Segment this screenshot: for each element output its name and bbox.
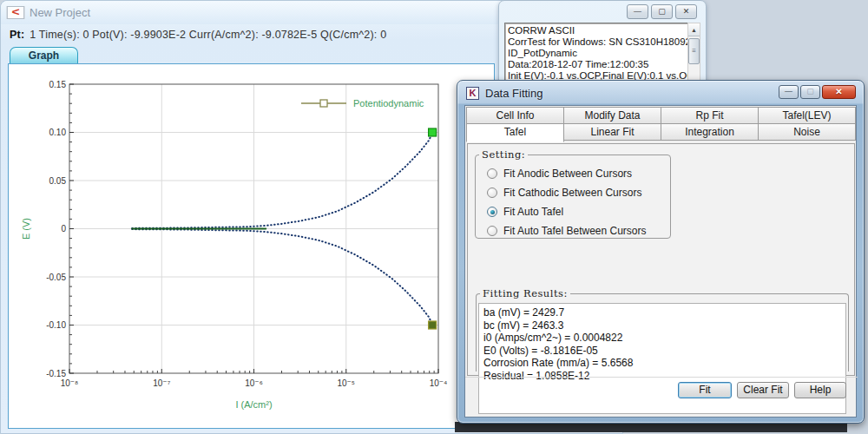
graph-panel: 10⁻⁸10⁻⁷10⁻⁶10⁻⁵10⁻⁴0.150.100.050-0.05-0…	[8, 63, 495, 429]
svg-text:10⁻⁵: 10⁻⁵	[337, 378, 355, 388]
info-line: ID_PotDynamic	[508, 48, 686, 59]
radio-fit-cathodic[interactable]: Fit Cathodic Between Cursors	[487, 187, 670, 199]
dialog-title: Data Fitting	[485, 87, 542, 100]
result-line: bc (mV) = 2463.3	[483, 319, 841, 332]
radio-icon[interactable]	[487, 168, 497, 179]
tab-linear-fit[interactable]: Linear Fit	[563, 123, 661, 141]
svg-text:0.10: 0.10	[49, 128, 67, 137]
tab-tafel[interactable]: Tafel	[466, 123, 564, 142]
radio-icon[interactable]	[487, 187, 497, 198]
fitting-tabs: Cell Info Modify Data Rp Fit Tafel(LEV) …	[466, 108, 856, 142]
info-line: CorrTest for Windows: SN CS310H1809292	[508, 36, 686, 48]
result-line: ba (mV) = 2429.7	[483, 306, 841, 319]
tafel-tab-page: Setting: Fit Anodic Between Cursors Fit …	[467, 143, 855, 376]
setting-legend: Setting:	[479, 148, 528, 161]
clear-fit-button[interactable]: Clear Fit	[737, 382, 789, 398]
tab-graph[interactable]: Graph	[10, 47, 78, 64]
svg-text:0.15: 0.15	[49, 80, 67, 89]
radio-fit-auto-tafel[interactable]: Fit Auto Tafel	[487, 206, 670, 218]
svg-text:Potentiodynamic: Potentiodynamic	[353, 98, 424, 108]
fitting-results-legend: Fitting Results:	[480, 287, 570, 299]
setting-group: Setting: Fit Anodic Between Cursors Fit …	[475, 148, 671, 239]
svg-text:10⁻⁴: 10⁻⁴	[430, 378, 448, 388]
dialog-window-controls: — ▢ ✕	[779, 85, 856, 99]
svg-text:10⁻⁸: 10⁻⁸	[61, 378, 79, 388]
tab-tafel-lev[interactable]: Tafel(LEV)	[758, 107, 856, 124]
dialog-client-area: Cell Info Modify Data Rp Fit Tafel(LEV) …	[464, 105, 857, 418]
dialog-footer: Fit Clear Fit Help	[465, 377, 858, 417]
result-line: Corrosion Rate (mm/a) = 5.6568	[483, 357, 841, 370]
radio-icon[interactable]	[487, 207, 497, 217]
status-values: 1 Time(s): 0 Pot(V): -9.9903E-2 Curr(A/c…	[30, 29, 386, 41]
svg-text:0: 0	[61, 224, 66, 233]
tab-cell-info[interactable]: Cell Info	[466, 107, 564, 124]
maximize-icon[interactable]: ▢	[651, 4, 673, 19]
svg-text:I (A/cm²): I (A/cm²)	[235, 399, 272, 410]
result-line: i0 (Amps/cm^2~) = 0.0004822	[483, 332, 841, 345]
tab-graph-label: Graph	[29, 49, 59, 62]
scroll-up-icon[interactable]: ▲	[688, 23, 700, 36]
radio-fit-auto-tafel-cursors[interactable]: Fit Auto Tafel Between Cursors	[487, 225, 670, 237]
tab-modify-data[interactable]: Modify Data	[563, 107, 661, 124]
polarization-chart: 10⁻⁸10⁻⁷10⁻⁶10⁻⁵10⁻⁴0.150.100.050-0.05-0…	[9, 64, 494, 428]
maximize-icon: ▢	[800, 85, 820, 99]
fitting-results-group: Fitting Results: ba (mV) = 2429.7 bc (mV…	[476, 287, 849, 372]
svg-text:10⁻⁷: 10⁻⁷	[153, 378, 170, 388]
minimize-icon[interactable]: —	[779, 85, 799, 99]
info-line: CORRW ASCII	[508, 25, 686, 36]
info-window-controls: — ▢ ✕	[627, 4, 697, 19]
svg-text:E (V): E (V)	[21, 218, 31, 240]
svg-text:-0.05: -0.05	[46, 273, 66, 282]
result-line: E0 (Volts) = -8.1816E-05	[483, 345, 841, 358]
svg-text:10⁻⁶: 10⁻⁶	[245, 378, 263, 388]
close-icon[interactable]: ✕	[675, 4, 697, 19]
svg-text:-0.10: -0.10	[46, 320, 66, 330]
svg-text:0.05: 0.05	[49, 176, 67, 186]
info-line: Data:2018-12-07 Time:12:00:35	[508, 59, 686, 70]
corrtest-app-icon: <	[7, 6, 25, 19]
tab-noise[interactable]: Noise	[758, 123, 856, 141]
status-readout: Pt:1 Time(s): 0 Pot(V): -9.9903E-2 Curr(…	[10, 29, 386, 41]
help-button[interactable]: Help	[794, 382, 846, 398]
scrollbar-thumb[interactable]: ≡	[688, 38, 700, 64]
corrtest-dialog-icon: K	[466, 87, 479, 100]
status-pt-label: Pt:	[10, 29, 24, 41]
data-fitting-dialog: K Data Fitting — ▢ ✕ Cell Info Modify Da…	[457, 80, 865, 424]
tab-integration[interactable]: Integration	[661, 123, 759, 141]
radio-fit-anodic[interactable]: Fit Anodic Between Cursors	[487, 168, 670, 180]
tab-rp-fit[interactable]: Rp Fit	[661, 107, 759, 124]
minimize-icon[interactable]: —	[627, 4, 648, 19]
main-window-title: New Project	[30, 6, 90, 19]
svg-text:-0.15: -0.15	[46, 369, 66, 378]
radio-icon[interactable]	[487, 226, 497, 236]
close-icon[interactable]: ✕	[822, 85, 856, 99]
fit-button[interactable]: Fit	[678, 382, 732, 398]
